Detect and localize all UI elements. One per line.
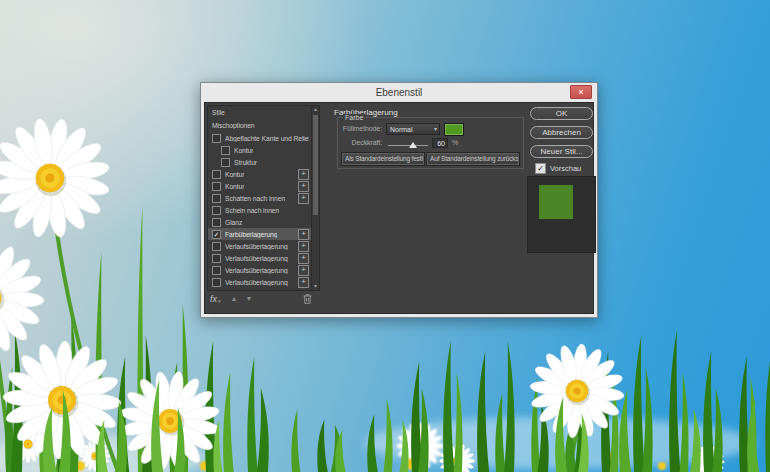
sidebar-item-label: Stile — [212, 109, 225, 116]
add-effect-button[interactable]: + — [298, 229, 309, 240]
sidebar-item-label: Farbüberlagerung — [225, 231, 277, 238]
sidebar-item-contour[interactable]: Kontur — [208, 144, 319, 156]
checkbox[interactable] — [221, 146, 230, 155]
scrollbar-thumb[interactable] — [313, 115, 318, 215]
add-effect-button[interactable]: + — [298, 265, 309, 276]
sidebar-item-label: Verlaufsüberlagerung — [225, 243, 288, 250]
blend-mode-value: Normal — [390, 126, 413, 133]
opacity-label: Deckkraft: — [340, 139, 382, 146]
preview-checkbox[interactable]: ✓ — [535, 163, 546, 174]
sidebar-item-label: Schein nach innen — [225, 207, 279, 214]
checkbox[interactable] — [212, 242, 221, 251]
checkbox[interactable] — [212, 278, 221, 287]
sidebar-item-gradient-overlay[interactable]: Verlaufsüberlagerung + — [208, 252, 319, 264]
add-effect-button[interactable]: + — [298, 277, 309, 288]
add-effect-button[interactable]: + — [298, 253, 309, 264]
add-effect-button[interactable]: + — [298, 181, 309, 192]
dialog-content: Stile Mischoptionen Abgeflachte Kante un… — [204, 102, 594, 314]
add-effect-button[interactable]: + — [298, 241, 309, 252]
desktop-background: Ebenenstil × Stile Mischoptionen Abgefla… — [0, 0, 770, 472]
cancel-button[interactable]: Abbrechen — [530, 126, 593, 139]
close-button[interactable]: × — [570, 85, 592, 99]
sidebar-item-gradient-overlay[interactable]: Verlaufsüberlagerung + — [208, 264, 319, 276]
move-effect-down-button[interactable]: ▼ — [245, 295, 252, 302]
sidebar-item-gradient-overlay[interactable]: Verlaufsüberlagerung + — [208, 276, 319, 288]
checkbox[interactable] — [212, 254, 221, 263]
sidebar-item-satin[interactable]: Glanz — [208, 216, 319, 228]
sidebar-item-stroke[interactable]: Kontur + — [208, 180, 319, 192]
close-icon: × — [578, 87, 583, 97]
dialog-title: Ebenenstil — [201, 83, 597, 102]
blend-mode-label: Füllmethode: — [340, 125, 382, 132]
sidebar-item-label: Glanz — [225, 219, 242, 226]
opacity-slider-track[interactable] — [388, 145, 428, 146]
checkbox[interactable] — [212, 266, 221, 275]
sidebar-item-label: Kontur — [225, 183, 244, 190]
sidebar-item-stile[interactable]: Stile — [208, 106, 319, 119]
blend-mode-select[interactable]: Normal ▾ — [386, 123, 440, 135]
sidebar-item-label: Verlaufsüberlagerung — [225, 267, 288, 274]
checkbox[interactable] — [212, 218, 221, 227]
sidebar-item-stroke[interactable]: Kontur + — [208, 168, 319, 180]
opacity-slider-thumb[interactable] — [409, 142, 417, 148]
sidebar-item-label: Kontur — [225, 171, 244, 178]
opacity-unit: % — [452, 139, 458, 146]
fx-caret-icon: ▾ — [218, 298, 221, 304]
sidebar-item-label: Verlaufsüberlagerung — [225, 255, 288, 262]
scroll-up-icon[interactable]: ▴ — [312, 106, 319, 113]
group-legend: Farbe — [343, 114, 365, 122]
sidebar-item-label: Struktur — [234, 159, 257, 166]
checkbox[interactable] — [212, 194, 221, 203]
sidebar-item-label: Schatten nach innen — [225, 195, 285, 202]
checkbox-checked[interactable]: ✓ — [212, 230, 221, 239]
ok-button[interactable]: OK — [530, 107, 593, 120]
checkbox[interactable] — [212, 170, 221, 179]
chevron-down-icon: ▾ — [434, 124, 437, 135]
layer-style-dialog: Ebenenstil × Stile Mischoptionen Abgefla… — [200, 82, 598, 318]
sidebar-item-label: Abgeflachte Kante und Relief — [225, 135, 309, 142]
opacity-value-field[interactable]: 60 — [432, 138, 448, 148]
preview-label: Vorschau — [550, 164, 581, 173]
style-preview-swatch — [539, 185, 573, 219]
preview-toggle[interactable]: ✓ Vorschau — [535, 163, 581, 174]
checkbox[interactable] — [212, 206, 221, 215]
sidebar-scrollbar[interactable]: ▴ ▾ — [311, 106, 319, 290]
add-effect-button[interactable]: + — [298, 169, 309, 180]
checkbox[interactable] — [212, 182, 221, 191]
effects-toolbar: fx ▾ ▲ ▼ — [207, 292, 318, 305]
sidebar-item-inner-glow[interactable]: Schein nach innen — [208, 204, 319, 216]
fx-icon[interactable]: fx — [210, 294, 217, 304]
sidebar-item-color-overlay[interactable]: ✓ Farbüberlagerung + — [208, 228, 319, 240]
checkbox[interactable] — [221, 158, 230, 167]
move-effect-up-button[interactable]: ▲ — [231, 295, 238, 302]
styles-effects-list: Stile Mischoptionen Abgeflachte Kante un… — [207, 105, 320, 291]
dialog-titlebar[interactable]: Ebenenstil × — [201, 83, 597, 102]
sidebar-item-label: Mischoptionen — [212, 122, 255, 129]
sidebar-item-inner-shadow[interactable]: Schatten nach innen + — [208, 192, 319, 204]
trash-icon — [303, 294, 312, 304]
new-style-button[interactable]: Neuer Stil... — [530, 145, 593, 158]
reset-default-button[interactable]: Auf Standardeinstellung zurücksetzen — [427, 153, 519, 165]
sidebar-item-gradient-overlay[interactable]: Verlaufsüberlagerung + — [208, 240, 319, 252]
add-effect-button[interactable]: + — [298, 193, 309, 204]
sidebar-item-label: Kontur — [234, 147, 253, 154]
sidebar-item-mischoptionen[interactable]: Mischoptionen — [208, 119, 319, 132]
style-preview-box — [527, 176, 596, 253]
checkbox[interactable] — [212, 134, 221, 143]
delete-effect-button[interactable] — [303, 294, 312, 304]
color-group: Farbe Füllmethode: Normal ▾ Deckkraft: 6… — [337, 117, 524, 169]
sidebar-item-bevel-emboss[interactable]: Abgeflachte Kante und Relief — [208, 132, 319, 144]
sidebar-item-texture[interactable]: Struktur — [208, 156, 319, 168]
sidebar-item-label: Verlaufsüberlagerung — [225, 279, 288, 286]
scroll-down-icon[interactable]: ▾ — [312, 283, 319, 290]
set-default-button[interactable]: Als Standardeinstellung festlegen — [342, 153, 424, 165]
overlay-color-swatch[interactable] — [444, 123, 464, 136]
